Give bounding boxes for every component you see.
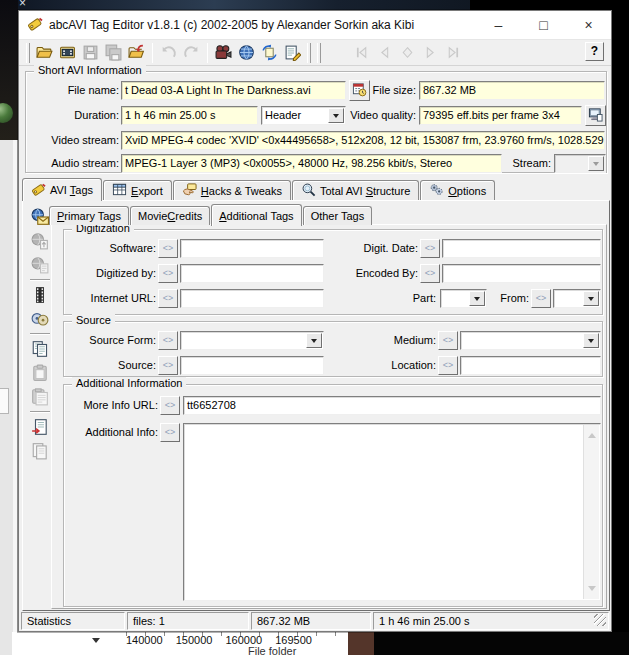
video-stream-field[interactable]: XviD MPEG-4 codec 'XVID' <0x44495658>, 5… <box>121 131 605 150</box>
medium-tag-button[interactable]: <> <box>438 331 458 350</box>
duration-source-combo[interactable]: Header <box>261 106 346 125</box>
tab-total-avi-structure[interactable]: Total AVI Structure <box>292 180 419 200</box>
location-field[interactable] <box>460 356 601 375</box>
tab-avi-tags-label: AVI Tags <box>50 184 93 196</box>
encoded-by-field[interactable] <box>442 264 601 283</box>
tab-export[interactable]: Export <box>103 180 172 200</box>
close-button[interactable]: × <box>566 11 611 38</box>
internet-url-field[interactable] <box>180 289 324 308</box>
combo-arrow-icon <box>588 156 604 171</box>
source-field[interactable] <box>180 356 324 375</box>
medium-combo[interactable] <box>460 331 601 350</box>
ruler-value: 150000 <box>176 634 213 646</box>
digit-date-field[interactable] <box>442 239 601 258</box>
subtab-additional-tags[interactable]: Additional Tags <box>211 204 301 226</box>
internet-fetch-button[interactable] <box>28 205 52 229</box>
additional-info-textarea[interactable] <box>183 423 601 601</box>
minimize-button[interactable]: – <box>476 11 521 38</box>
combo-arrow-icon[interactable] <box>583 333 599 348</box>
film-info-button[interactable] <box>28 283 52 307</box>
video-quality-field[interactable]: 79395 eff.bits per frame 3x4 <box>419 106 582 125</box>
copy-tags-button[interactable] <box>28 337 52 361</box>
status-panel-1: files: 1 <box>127 612 249 630</box>
open-file-button[interactable] <box>33 42 56 64</box>
medium-label: Medium: <box>364 334 436 348</box>
digitized-by-tag-button[interactable]: <> <box>158 264 178 283</box>
tab-hacks-tweaks[interactable]: Hacks & Tweaks <box>173 180 291 200</box>
group-label: Short AVI Information <box>34 64 146 76</box>
background-file-folder-label: File folder <box>248 645 296 655</box>
scroll-down-icon <box>588 586 596 595</box>
maximize-button[interactable]: □ <box>521 11 566 38</box>
note-arrow-icon <box>31 418 49 436</box>
monitor-icon <box>588 107 603 122</box>
background-dropdown-arrow-icon <box>92 638 100 647</box>
paste-multi-icon <box>31 388 49 406</box>
tab-options[interactable]: Options <box>420 180 495 200</box>
desktop-screen: × 140000150000160000169500 File folder a… <box>0 0 629 655</box>
file-size-field[interactable]: 867.32 MB <box>419 81 605 100</box>
location-tag-button[interactable]: <> <box>438 356 458 375</box>
reels-icon <box>31 310 49 328</box>
window-title: abcAVI Tag Editor v1.8.1 (c) 2002-2005 b… <box>49 18 414 32</box>
filmstrip-icon <box>31 286 49 304</box>
digit-date-tag-button[interactable]: <> <box>420 239 440 258</box>
edit-info-button[interactable] <box>281 42 304 64</box>
nav-diamond-icon <box>399 44 416 61</box>
media-reels-button[interactable] <box>28 307 52 331</box>
exchange-tags-button[interactable] <box>258 42 281 64</box>
background-black-bottom <box>374 632 629 655</box>
toolbar-grip[interactable] <box>317 43 321 63</box>
camera-icon <box>215 44 232 61</box>
restore-tags-button[interactable] <box>125 42 148 64</box>
software-tag-button[interactable]: <> <box>158 239 178 258</box>
part-combo[interactable] <box>440 289 487 308</box>
combo-arrow-icon[interactable] <box>306 333 322 348</box>
help-button[interactable]: ? <box>585 42 604 61</box>
nav-current-button <box>396 42 419 64</box>
textarea-scrollbar <box>583 425 599 599</box>
resize-grip[interactable] <box>594 614 606 626</box>
video-info-button[interactable] <box>212 42 235 64</box>
toolbar-separator <box>152 43 153 63</box>
duration-field[interactable]: 1 h 46 min 25.00 s <box>121 106 258 125</box>
source-form-combo[interactable] <box>180 331 324 350</box>
tag-tools-toolbar <box>27 205 53 463</box>
app-window: abcAVI Tag Editor v1.8.1 (c) 2002-2005 b… <box>18 10 612 632</box>
more-info-url-tag-button[interactable]: <> <box>160 396 180 415</box>
audio-stream-field[interactable]: MPEG-1 Layer 3 (MP3) <0x0055>, 48000 Hz,… <box>121 154 502 173</box>
file-name-field[interactable]: t Dead 03-A Light In The Darkness.avi <box>121 81 346 100</box>
note-export-button[interactable] <box>28 415 52 439</box>
digitized-by-field[interactable] <box>180 264 324 283</box>
audio-stream-label: Audio stream: <box>34 157 119 171</box>
subtab-other-tags[interactable]: Other Tags <box>303 206 373 225</box>
internet-url-tag-button[interactable]: <> <box>158 289 178 308</box>
source-tag-button[interactable]: <> <box>158 356 178 375</box>
encoded-by-tag-button[interactable]: <> <box>420 264 440 283</box>
additional-info-tag-button[interactable]: <> <box>160 423 180 442</box>
open-avi-button[interactable] <box>56 42 79 64</box>
background-black-top-right <box>470 0 629 10</box>
more-info-url-field[interactable]: tt6652708 <box>183 396 601 415</box>
subtab-primary-tags[interactable]: Primary Tags <box>49 206 129 225</box>
tab-avi-tags[interactable]: AVI Tags <box>22 178 102 201</box>
video-quality-detail-button[interactable] <box>585 105 606 126</box>
subtab-movie-credits[interactable]: Movie Credits <box>130 206 210 225</box>
source-form-tag-button[interactable]: <> <box>158 331 178 350</box>
stream-label: Stream: <box>499 157 551 171</box>
toolbar-grip[interactable] <box>307 43 311 63</box>
internet-mail-button <box>28 253 52 277</box>
floppy-multi-icon <box>105 44 122 61</box>
save-all-button <box>102 42 125 64</box>
combo-arrow-icon[interactable] <box>469 291 485 306</box>
globe-page-icon <box>31 256 49 274</box>
toolbar-grip[interactable] <box>26 43 30 63</box>
sub-tab-bar: Primary TagsMovie CreditsAdditional Tags… <box>49 202 373 225</box>
combo-arrow-icon[interactable] <box>583 291 599 306</box>
digitized-by-label: Digitized by: <box>76 267 156 281</box>
group-label: Source <box>72 314 115 326</box>
from-tag-button[interactable]: <> <box>531 289 551 308</box>
software-field[interactable] <box>180 239 324 258</box>
from-combo[interactable] <box>553 289 601 308</box>
internet-button[interactable] <box>235 42 258 64</box>
